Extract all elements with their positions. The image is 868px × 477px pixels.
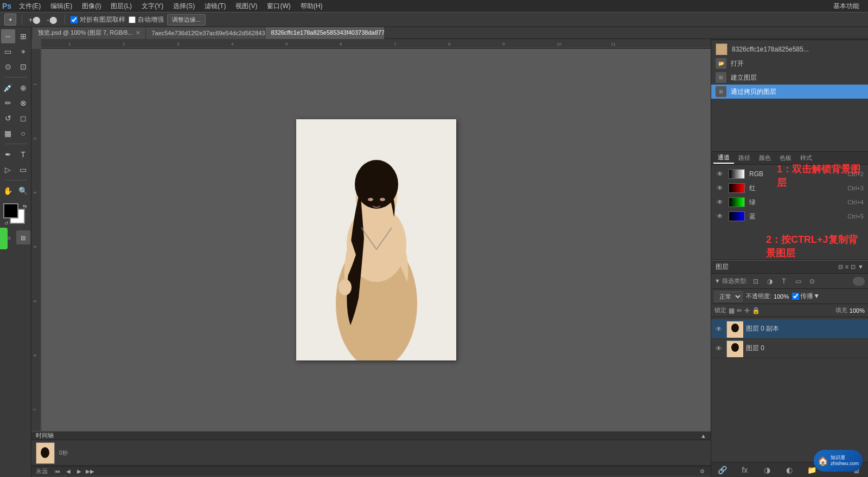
channel-eye-b[interactable]: 👁 [716,212,724,221]
filter-shape-btn[interactable]: ▭ [792,275,804,287]
filter-smart-btn[interactable]: ⊙ [806,275,818,287]
menu-select[interactable]: 选择(S) [169,1,199,12]
tab-2[interactable]: 8326cffc1e178a825e585343f403738da877e8e9… [265,27,385,39]
channel-eye-rgb[interactable]: 👁 [716,170,724,178]
brush-tool[interactable]: ✏ [1,96,15,110]
lock-all-icon[interactable]: 🔒 [752,307,760,314]
artboard-tool[interactable]: ⊞ [16,29,30,43]
move-tool[interactable]: ↔ [1,29,15,43]
timeline-title: 时间轴 [36,431,54,440]
tab-channels[interactable]: 通道 [713,152,734,164]
transmit-checkbox[interactable] [792,293,799,300]
quick-select-icon[interactable]: ⊙ [1,60,15,74]
menu-help[interactable]: 帮助(H) [296,1,327,12]
pen-tool[interactable]: ✒ [1,147,15,162]
tab-color[interactable]: 颜色 [755,153,775,163]
menu-image[interactable]: 图像(I) [78,1,105,12]
lasso-tool[interactable]: ⌖ [16,44,30,59]
tab-paths[interactable]: 路径 [734,153,755,163]
channel-eye-r[interactable]: 👁 [716,184,724,192]
timeline-header: 时间轴 ▲ [31,431,711,440]
gradient-row: ▦ ○ [1,126,30,140]
auto-enhance-checkbox[interactable] [129,16,136,23]
layers-filter-toggle[interactable] [853,277,865,286]
add-mask-btn[interactable]: ◑ [761,464,773,476]
lock-position-icon[interactable]: ✛ [744,307,750,314]
zoom-tool[interactable]: 🔍 [16,184,30,198]
add-style-btn[interactable]: fx [739,464,751,476]
filter-pixel-btn[interactable]: ⊡ [750,275,762,287]
timeline-next-btn[interactable]: ▶▶ [86,467,94,475]
hand-tool[interactable]: ✋ [1,184,15,198]
menu-window[interactable]: 窗口(W) [263,1,295,12]
layers-sort-icon[interactable]: ⊟ [838,263,843,270]
canvas-inner [41,49,711,431]
menu-text[interactable]: 文字(Y) [137,1,168,12]
filter-text-btn[interactable]: T [778,275,790,287]
layers-collapse-icon[interactable]: ▼ [858,263,864,270]
history-icon-3: ⊞ [716,86,726,97]
text-tool[interactable]: T [16,147,30,162]
layer-eye-0[interactable]: 👁 [714,344,723,353]
crop-tool[interactable]: ⊡ [16,60,30,74]
lock-transparent-icon[interactable]: ▩ [729,307,735,314]
lock-label: 锁定 [714,306,726,314]
adjust-edge-button[interactable]: 调整边缘... [167,14,206,25]
layers-expand-icon[interactable]: ⊡ [851,263,856,270]
timeline-prev-btn[interactable]: ◀ [64,467,73,475]
gradient-tool[interactable]: ▦ [1,126,15,140]
tab-close-0[interactable]: ✕ [136,30,140,36]
filter-adjust-btn[interactable]: ◑ [764,275,776,287]
lock-pixels-icon[interactable]: ✏ [737,307,742,314]
layer-item-0[interactable]: 👁 图层 0 1 [711,339,868,358]
history-brush-tool[interactable]: ↺ [1,111,15,125]
foreground-color[interactable] [3,203,18,218]
swap-colors-icon[interactable]: ⇆ [23,203,27,209]
history-item-0[interactable]: 8326cffc1e178a825e585... [711,42,868,56]
quick-select-tool[interactable]: ✦ [4,14,16,25]
history-item-3[interactable]: ⊞ 通过拷贝的图层 [711,85,868,99]
svg-text:9: 9 [502,42,505,47]
layer-item-copy[interactable]: 👁 图层 0 副本 2 [711,319,868,339]
blend-mode-select[interactable]: 正常 [714,291,743,302]
menu-edit[interactable]: 编辑(E) [46,1,76,12]
layers-menu-icon[interactable]: ≡ [845,263,848,270]
channel-g[interactable]: 👁 绿 Ctrl+4 [711,195,868,209]
menu-filter[interactable]: 滤镜(T) [200,1,230,12]
menu-view[interactable]: 视图(V) [231,1,261,12]
path-select-tool[interactable]: ▷ [1,163,15,177]
eraser-tool[interactable]: ◻ [16,111,30,125]
menu-layer[interactable]: 图层(L) [106,1,136,12]
history-item-2[interactable]: ⊞ 建立图层 [711,70,868,85]
tab-1[interactable]: 7aec54e736d12f2e37ac69e54dc2d56284356886… [146,27,265,39]
channel-thumb-r [729,183,745,193]
brush-plus-btn[interactable]: +⬤ [28,12,42,27]
timeline-collapse[interactable]: ▲ [700,433,706,439]
brush-minus-btn[interactable]: -⬤ [45,12,59,27]
quick-mask-mode[interactable]: ▨ [16,230,30,244]
link-layers-btn[interactable]: 🔗 [717,464,729,476]
tab-swatches[interactable]: 色板 [775,153,796,163]
layers-mode-row: 正常 不透明度: 100% 传播▼ [711,289,868,304]
history-item-1[interactable]: 📂 打开 [711,56,868,70]
menu-file[interactable]: 文件(E) [15,1,45,12]
timeline-settings-btn[interactable]: ⚙ [698,467,706,475]
add-adjustment-btn[interactable]: ◐ [783,464,795,476]
eyedropper-tool[interactable]: 💉 [1,81,15,95]
reset-colors-icon[interactable]: ↺ [4,221,9,226]
channel-b[interactable]: 👁 蓝 Ctrl+5 [711,209,868,223]
channel-eye-g[interactable]: 👁 [716,198,724,207]
stamp-tool[interactable]: ⊗ [16,96,30,110]
timeline-rewind-btn[interactable]: ⏮ [53,467,62,475]
shape-tool[interactable]: ▭ [16,163,30,177]
layer-eye-copy[interactable]: 👁 [714,325,723,333]
svg-point-27 [380,198,385,201]
heal-tool[interactable]: ⊕ [16,81,30,95]
dodge-tool[interactable]: ○ [16,126,30,140]
tab-styles[interactable]: 样式 [796,153,816,163]
tab-0[interactable]: 预览.psd @ 100% (图层 7, RGB/8... ✕ [33,27,146,39]
timeline-frame-label: 0秒 [59,449,68,457]
timeline-play-btn[interactable]: ▶ [75,467,84,475]
marquee-tool[interactable]: ▭ [1,44,15,59]
sample-all-layers-checkbox[interactable] [71,16,78,23]
